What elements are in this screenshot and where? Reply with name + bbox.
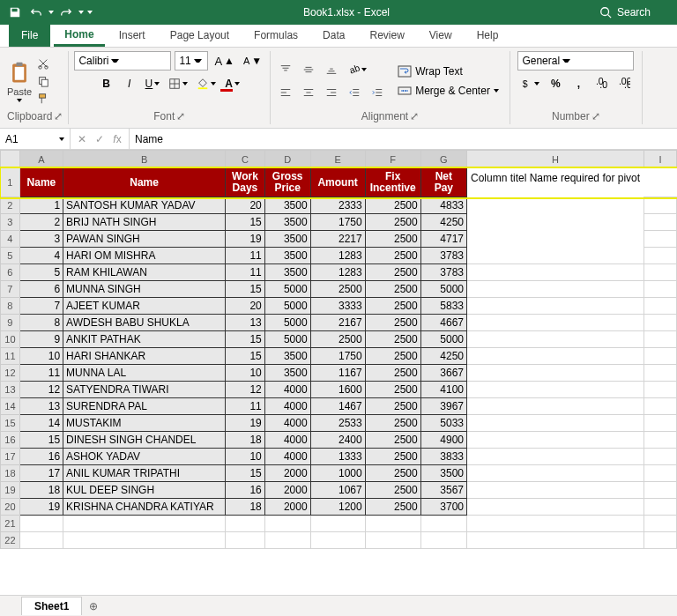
cell[interactable]: 3500 <box>264 214 310 231</box>
save-icon[interactable] <box>5 3 25 22</box>
search-box[interactable]: Search <box>599 6 651 19</box>
cell[interactable]: 19 <box>226 231 265 248</box>
cell[interactable]: 13 <box>226 315 265 331</box>
cell[interactable]: 12 <box>19 382 63 398</box>
cell[interactable]: 2 <box>19 214 63 231</box>
cell[interactable]: 11 <box>226 264 265 281</box>
cell[interactable] <box>63 516 226 532</box>
cell[interactable]: 4900 <box>420 432 466 449</box>
cell[interactable]: 11 <box>226 398 265 415</box>
redo-icon[interactable] <box>56 3 76 22</box>
cell[interactable]: 19 <box>19 499 63 516</box>
tab-insert[interactable]: Insert <box>108 24 156 47</box>
row-header[interactable]: 15 <box>1 415 20 432</box>
align-bottom-icon[interactable] <box>322 60 341 79</box>
col-header-B[interactable]: B <box>63 151 226 168</box>
cell[interactable] <box>264 532 310 549</box>
redo-dropdown[interactable] <box>78 11 85 14</box>
tab-help[interactable]: Help <box>466 24 510 47</box>
col-header-G[interactable]: G <box>420 151 466 168</box>
cell[interactable]: 2500 <box>365 382 420 398</box>
cell[interactable] <box>310 516 365 532</box>
cell[interactable]: 12 <box>226 382 265 398</box>
cell[interactable]: MUNNA SINGH <box>63 281 226 298</box>
cell[interactable]: 18 <box>226 432 265 449</box>
cell[interactable] <box>63 532 226 549</box>
format-painter-icon[interactable] <box>35 91 51 107</box>
row-header[interactable]: 11 <box>1 348 20 365</box>
fx-icon[interactable]: fx <box>109 133 125 145</box>
cell[interactable]: 10 <box>226 449 265 465</box>
cell[interactable]: 3667 <box>420 365 466 382</box>
cell[interactable]: 4717 <box>420 231 466 248</box>
cell[interactable]: 3 <box>19 231 63 248</box>
cell[interactable]: 15 <box>226 214 265 231</box>
cell[interactable]: 4000 <box>264 398 310 415</box>
col-header-A[interactable]: A <box>19 151 63 168</box>
table-header[interactable]: WorkDays <box>226 168 265 197</box>
cell[interactable]: 5000 <box>264 331 310 348</box>
row-header[interactable]: 20 <box>1 499 20 516</box>
row-header[interactable]: 22 <box>1 532 20 549</box>
font-size-combo[interactable]: 11 <box>175 51 208 71</box>
wrap-text-button[interactable]: Wrap Text <box>392 63 504 79</box>
font-color-icon[interactable]: A <box>222 74 242 93</box>
undo-icon[interactable] <box>26 3 46 22</box>
cell[interactable] <box>644 532 677 549</box>
annotation-text[interactable]: Column titel Name required for pivot <box>466 168 644 264</box>
cell[interactable]: 2500 <box>365 499 420 516</box>
qat-customize[interactable] <box>86 11 93 14</box>
align-middle-icon[interactable] <box>299 60 318 79</box>
cell[interactable]: 3500 <box>264 348 310 365</box>
cell[interactable]: 4000 <box>264 449 310 465</box>
fill-color-icon[interactable] <box>194 74 219 93</box>
cell[interactable]: 5000 <box>420 331 466 348</box>
cell[interactable]: RAM KHILAWAN <box>63 264 226 281</box>
worksheet-area[interactable]: ABCDEFGHI1NameNameWorkDaysGrossPriceAmou… <box>0 150 677 595</box>
undo-dropdown[interactable] <box>48 11 55 14</box>
increase-decimal-icon[interactable]: .0.00 <box>591 74 611 93</box>
cell[interactable]: 2500 <box>365 298 420 315</box>
cell[interactable]: 1467 <box>310 398 365 415</box>
enter-formula-icon[interactable]: ✓ <box>92 133 108 145</box>
tab-review[interactable]: Review <box>359 24 414 47</box>
cell[interactable]: 5 <box>19 264 63 281</box>
cell[interactable]: 5033 <box>420 415 466 432</box>
cell[interactable]: 16 <box>226 482 265 499</box>
underline-button[interactable]: U <box>143 74 163 93</box>
cell[interactable]: 20 <box>226 197 265 214</box>
decrease-indent-icon[interactable] <box>345 83 364 102</box>
cell[interactable]: 15 <box>226 348 265 365</box>
cell[interactable]: 3967 <box>420 398 466 415</box>
row-header[interactable]: 16 <box>1 432 20 449</box>
cancel-formula-icon[interactable]: ✕ <box>74 133 90 145</box>
cell[interactable]: 4 <box>19 248 63 264</box>
cell[interactable]: 3833 <box>420 449 466 465</box>
row-header[interactable]: 12 <box>1 365 20 382</box>
cell[interactable]: DINESH SINGH CHANDEL <box>63 432 226 449</box>
cell[interactable]: 2500 <box>365 231 420 248</box>
cell[interactable]: 17 <box>19 465 63 482</box>
cell[interactable]: 2500 <box>365 315 420 331</box>
cell[interactable]: 18 <box>226 499 265 516</box>
cell[interactable]: 2500 <box>310 281 365 298</box>
increase-indent-icon[interactable] <box>368 83 387 102</box>
cell[interactable] <box>365 516 420 532</box>
cell[interactable]: 2333 <box>310 197 365 214</box>
col-header-E[interactable]: E <box>310 151 365 168</box>
cell[interactable] <box>644 516 677 532</box>
cell[interactable]: 2500 <box>365 248 420 264</box>
cell[interactable]: 1000 <box>310 465 365 482</box>
cell[interactable]: 4833 <box>420 197 466 214</box>
cell[interactable]: 3500 <box>264 231 310 248</box>
cell[interactable]: 2000 <box>264 499 310 516</box>
cell[interactable]: 1067 <box>310 482 365 499</box>
cell[interactable]: AJEET KUMAR <box>63 298 226 315</box>
cell[interactable]: 2500 <box>365 432 420 449</box>
row-header[interactable]: 4 <box>1 231 20 248</box>
cell[interactable]: 10 <box>226 365 265 382</box>
cell[interactable]: 3500 <box>420 465 466 482</box>
cell[interactable] <box>365 532 420 549</box>
cell[interactable]: HARI OM MISHRA <box>63 248 226 264</box>
cell[interactable]: 2500 <box>365 197 420 214</box>
